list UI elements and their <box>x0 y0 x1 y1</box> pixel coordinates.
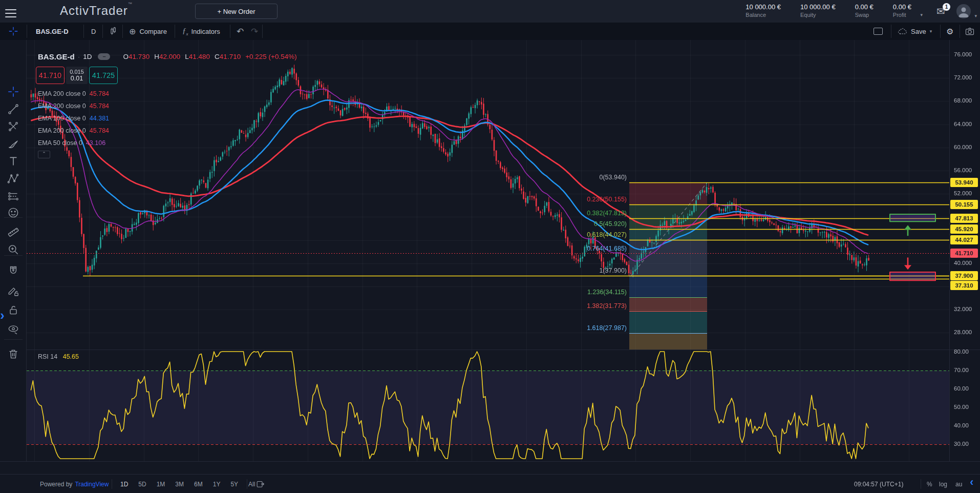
indicator-row[interactable]: EMA 200 close 045.784 <box>38 127 109 134</box>
account-stat: 10 000.00 €Balance <box>745 3 781 18</box>
crosshair-mode-button[interactable] <box>8 23 19 40</box>
tool-trend-line[interactable] <box>7 102 20 116</box>
indicator-row[interactable]: EMA 200 close 045.784 <box>38 90 109 97</box>
fx-icon: ƒx <box>182 27 188 36</box>
time-axis[interactable] <box>0 461 980 474</box>
ohlc-value: 42.000 <box>159 53 180 60</box>
auto-scale-button[interactable]: au <box>955 475 962 493</box>
account-stats: 10 000.00 €Balance10 000.00 €Equity0.00 … <box>745 3 911 18</box>
avatar-icon[interactable] <box>956 4 971 18</box>
toolbar-divider <box>4 255 23 256</box>
account-stat: 10 000.00 €Equity <box>800 3 836 18</box>
indicator-row[interactable]: EMA 50 close 043.106 <box>38 139 105 147</box>
change-value: +0.225 (+0.54%) <box>245 53 297 60</box>
collapse-symbol-badge[interactable]: – <box>98 53 110 60</box>
toolbar-divider <box>4 339 23 340</box>
tool-text[interactable] <box>7 155 20 168</box>
ohlc-value: 41.480 <box>189 53 210 60</box>
gear-icon[interactable]: ⚙ <box>946 23 953 40</box>
compare-button[interactable]: ⊕ Compare <box>129 23 167 40</box>
tool-ruler[interactable] <box>7 225 20 239</box>
ohlc-value: 41.730 <box>129 53 150 60</box>
chart-legend: BAS.GE-d · 1D – O41.730H42.000L41.480C41… <box>38 52 297 61</box>
tradingview-link[interactable]: TradingView <box>75 481 109 488</box>
redo-icon[interactable]: ↷ <box>251 23 258 40</box>
mail-badge: 1 <box>943 3 950 11</box>
account-stat: 0.00 €Swap <box>855 3 874 18</box>
interval-button[interactable]: D <box>91 23 96 40</box>
candles-icon[interactable] <box>109 23 119 40</box>
clock-display[interactable]: 09:04:57 (UTC+1) <box>854 475 903 493</box>
log-scale-button[interactable]: log <box>939 475 947 493</box>
range-6M[interactable]: 6M <box>193 480 204 489</box>
indicator-row[interactable]: EMA 200 close 045.784 <box>38 102 109 110</box>
tool-zoom-in[interactable] <box>7 243 20 256</box>
chevron-right-icon[interactable]: › <box>0 307 5 323</box>
range-buttons: 1D5D1M3M6M1Y5YAll <box>119 475 257 493</box>
spread-bottom: 0.01 <box>71 75 83 82</box>
rsi-label: RSI 14 <box>38 353 57 360</box>
account-stat: 0.00 €Profit <box>893 3 911 18</box>
sell-button[interactable]: 41.710 <box>36 67 65 84</box>
range-All[interactable]: All <box>247 480 257 489</box>
layout-icon[interactable] <box>874 23 883 40</box>
tool-gann-fibonacci[interactable] <box>7 120 20 133</box>
menu-icon[interactable] <box>5 7 16 16</box>
legend-symbol[interactable]: BAS.GE-d <box>38 52 75 61</box>
tool-drawing-lock[interactable] <box>7 284 20 297</box>
ohlc-key: L <box>185 53 189 60</box>
legend-separator: · <box>78 53 80 60</box>
tool-hide-all[interactable] <box>7 323 20 336</box>
ohlc-value: 41.710 <box>220 53 241 60</box>
tool-brush[interactable] <box>7 137 20 151</box>
camera-icon[interactable] <box>965 23 975 40</box>
range-1M[interactable]: 1M <box>155 480 167 489</box>
symbol-button[interactable]: BAS.GE-D <box>36 23 69 40</box>
bottom-bar: Powered by TradingView 1D5D1M3M6M1Y5YAll… <box>0 474 980 493</box>
buy-button[interactable]: 41.725 <box>89 67 118 84</box>
indicator-row[interactable]: EMA 100 close 044.381 <box>38 115 109 122</box>
legend-interval: 1D <box>83 53 92 60</box>
range-3M[interactable]: 3M <box>174 480 185 489</box>
tool-xabcd-pattern[interactable] <box>7 172 20 186</box>
chart-canvas[interactable] <box>27 40 980 461</box>
ohlc-key: O <box>123 53 129 60</box>
chevron-left-icon[interactable]: ‹ <box>970 476 973 489</box>
new-order-button[interactable]: + New Order <box>195 4 278 19</box>
app-header: ActivTrader™ + New Order 10 000.00 €Bala… <box>0 0 980 23</box>
save-button[interactable]: Save ▾ <box>897 23 932 40</box>
powered-by: Powered by TradingView <box>40 475 109 493</box>
collapse-indicators-button[interactable]: ⌃ <box>38 151 50 158</box>
tool-remove-drawings[interactable] <box>7 347 20 361</box>
compare-icon: ⊕ <box>129 27 136 36</box>
rsi-legend[interactable]: RSI 14 45.65 <box>38 353 79 360</box>
toolbar-divider <box>4 217 23 218</box>
tool-lock-all[interactable] <box>7 303 20 317</box>
indicators-button[interactable]: ƒx Indicators <box>182 23 220 40</box>
undo-icon[interactable]: ↶ <box>237 23 244 40</box>
tool-forecast[interactable] <box>7 190 20 203</box>
ohlc-key: C <box>215 53 220 60</box>
ohlc-values: O41.730H42.000L41.480C41.710 <box>118 53 241 60</box>
rsi-value: 45.65 <box>63 353 79 360</box>
spread-top: 0.015 <box>70 69 84 75</box>
chevron-down-icon: ▾ <box>930 29 932 34</box>
range-1Y[interactable]: 1Y <box>211 480 222 489</box>
ohlc-key: H <box>154 53 159 60</box>
drawing-toolbar <box>0 40 27 461</box>
tool-crosshair[interactable] <box>7 85 20 98</box>
range-5Y[interactable]: 5Y <box>229 480 240 489</box>
range-5D[interactable]: 5D <box>137 480 147 489</box>
range-1D[interactable]: 1D <box>119 480 130 489</box>
spread-display: 0.015 0.01 <box>66 67 88 84</box>
chart-toolbar: BAS.GE-D D ⊕ Compare ƒx Indicators ↶ ↷ S… <box>0 23 980 40</box>
app-logo: ActivTrader™ <box>60 4 133 18</box>
chevron-down-icon[interactable]: ▾ <box>920 12 923 17</box>
chevron-down-icon[interactable]: ▾ <box>974 13 977 18</box>
tool-magnet[interactable] <box>7 264 20 278</box>
percent-scale-button[interactable]: % <box>927 475 932 493</box>
calendar-goto-icon[interactable] <box>256 475 265 493</box>
